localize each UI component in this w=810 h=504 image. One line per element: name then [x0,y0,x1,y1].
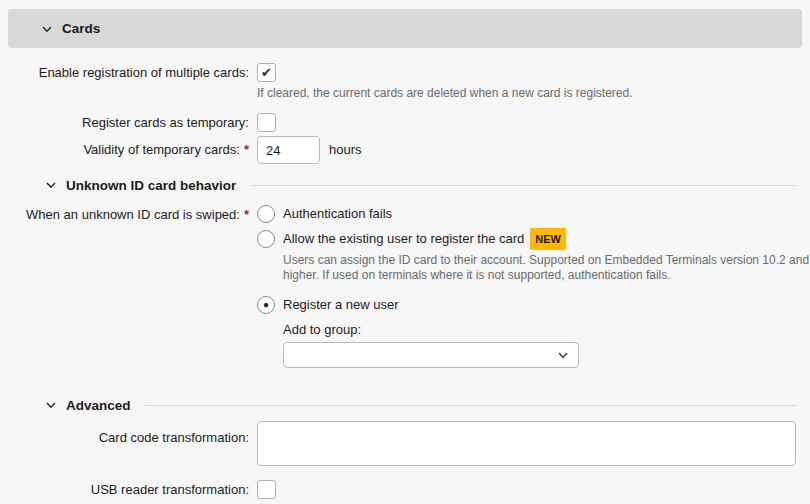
card-code-textarea[interactable] [257,421,796,466]
allow-existing-user-help: Users can assign the ID card to their ac… [283,253,810,283]
chevron-down-icon [45,399,57,411]
section-header-advanced[interactable]: Advanced [0,396,810,414]
section-title-cards: Cards [62,21,100,36]
usb-reader-checkbox[interactable] [257,480,276,499]
required-asterisk: * [244,207,249,222]
usb-reader-label: USB reader transformation: [0,480,249,499]
checkmark-icon: ✔ [261,66,272,79]
multiple-cards-label: Enable registration of multiple cards: [0,63,249,82]
register-new-user-radio[interactable]: ● [257,296,275,314]
row-usb-reader: USB reader transformation: [0,480,810,499]
chevron-down-icon [41,23,53,35]
chevron-down-icon [45,179,57,191]
validity-hours-input[interactable] [257,136,320,164]
row-temporary-cards: Register cards as temporary: [0,113,810,132]
row-validity: Validity of temporary cards:* hours [0,136,810,164]
card-code-label: Card code transformation: [0,421,249,447]
allow-existing-user-radio[interactable] [257,230,275,248]
validity-label: Validity of temporary cards:* [0,136,249,164]
option-register-new-user: ● Register a new user [257,296,810,314]
temporary-cards-checkbox[interactable] [257,113,276,132]
section-header-unknown-id[interactable]: Unknown ID card behavior [0,176,810,194]
swiped-label: When an unknown ID card is swiped:* [0,205,249,224]
section-header-cards[interactable]: Cards [8,9,802,48]
temporary-cards-label: Register cards as temporary: [0,113,249,132]
add-to-group-select[interactable] [283,342,579,368]
section-title-advanced: Advanced [66,398,131,413]
option-allow-existing-user: Allow the existing user to register the … [257,228,810,250]
chevron-down-icon [556,348,570,362]
section-title-unknown-id: Unknown ID card behavior [66,178,236,193]
radio-dot-icon: ● [263,300,269,310]
authentication-fails-radio[interactable] [257,205,275,223]
multiple-cards-help: If cleared, the current cards are delete… [257,86,810,101]
option-authentication-fails: Authentication fails [257,205,810,223]
section-divider [250,185,797,186]
multiple-cards-checkbox[interactable]: ✔ [257,63,276,82]
new-badge: NEW [530,228,566,250]
required-asterisk: * [244,142,249,157]
validity-unit-label: hours [329,136,362,164]
row-card-code: Card code transformation: [0,421,810,469]
row-unknown-card-swiped: When an unknown ID card is swiped:* Auth… [0,205,810,368]
allow-existing-user-label: Allow the existing user to register the … [283,228,566,250]
row-multiple-cards: Enable registration of multiple cards: ✔… [0,63,810,101]
add-to-group-label: Add to group: [283,322,810,338]
section-divider [145,405,797,406]
register-new-user-label: Register a new user [283,296,399,314]
authentication-fails-label: Authentication fails [283,205,392,223]
